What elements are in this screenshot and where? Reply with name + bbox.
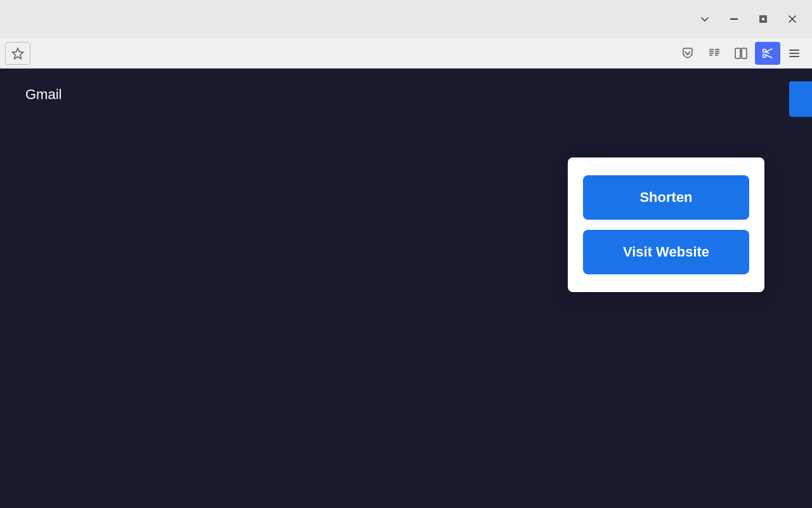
svg-rect-20 [789,50,799,51]
pocket-button[interactable] [675,42,700,65]
minimize-icon [730,18,738,20]
titlebar-controls [690,0,807,38]
svg-rect-8 [709,55,712,56]
split-view-icon [734,46,748,60]
star-icon [11,47,24,60]
svg-rect-9 [715,49,719,50]
pocket-icon [681,46,695,60]
toolbar-right [675,42,807,65]
close-button[interactable] [778,0,807,38]
main-content: Gmail Shorten Visit Website [0,69,812,508]
blue-button-partial[interactable] [789,81,812,117]
svg-rect-10 [715,51,719,52]
minimize-button[interactable] [719,0,749,38]
menu-button[interactable] [782,42,807,65]
close-icon [789,15,796,23]
svg-rect-7 [709,53,714,54]
svg-rect-2 [761,17,765,21]
chevron-down-icon [700,15,709,23]
svg-rect-5 [709,49,714,50]
reader-icon [707,46,721,60]
restore-icon [759,15,767,23]
svg-line-19 [766,51,769,53]
menu-icon [787,46,801,60]
chevron-down-button[interactable] [690,0,719,38]
shorten-button[interactable]: Shorten [583,175,749,220]
svg-rect-21 [789,53,799,54]
reader-button[interactable] [702,42,727,65]
svg-line-17 [766,49,772,52]
svg-rect-12 [715,55,718,56]
visit-website-button[interactable]: Visit Website [583,230,749,274]
svg-rect-14 [742,48,747,58]
titlebar [0,0,812,38]
toolbar [0,38,812,69]
gmail-label: Gmail [25,86,62,103]
svg-rect-6 [709,51,714,52]
scissors-icon [761,46,775,60]
svg-rect-11 [715,53,719,54]
split-view-button[interactable] [728,42,754,65]
svg-line-18 [766,55,772,58]
svg-rect-0 [730,18,738,20]
restore-button[interactable] [749,0,778,38]
svg-rect-13 [735,48,740,58]
popup-menu: Shorten Visit Website [568,157,764,292]
svg-rect-22 [789,56,799,57]
star-button[interactable] [5,42,30,65]
shorten-extension-button[interactable] [755,42,780,65]
url-area [5,42,672,65]
